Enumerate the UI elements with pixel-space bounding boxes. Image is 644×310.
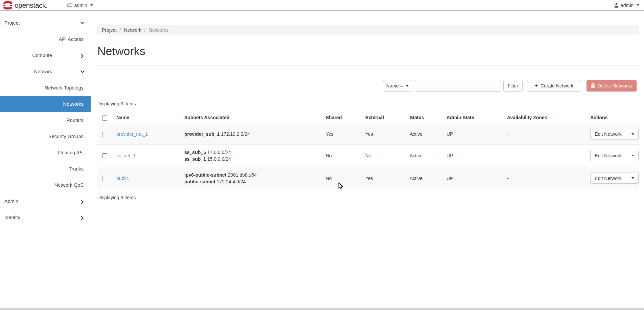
- shared-value: No: [326, 167, 365, 189]
- external-value: Yes: [365, 124, 410, 145]
- chevron-down-icon: [80, 69, 85, 73]
- table-toolbar: Name = Filter + Create Network Delete Ne…: [97, 80, 637, 92]
- caret-down-icon: [406, 85, 409, 87]
- caret-down-icon: [637, 4, 639, 6]
- row-checkbox[interactable]: [102, 176, 107, 181]
- breadcrumb-network[interactable]: Network: [124, 27, 141, 33]
- sidebar-item-identity[interactable]: Identity: [0, 209, 91, 226]
- sidebar-item-label: Security Groups: [48, 134, 84, 139]
- title-divider: [97, 66, 639, 66]
- admin-state-value: UP: [446, 144, 507, 167]
- sidebar-item-floating-ips[interactable]: Floating IPs: [0, 145, 91, 161]
- network-link[interactable]: ss_net_1: [116, 153, 136, 158]
- brand-text: openstack.: [15, 1, 48, 9]
- breadcrumb-separator: /: [144, 27, 146, 33]
- sidebar-item-label: Identity: [4, 215, 20, 220]
- projects-list-icon: [67, 3, 72, 7]
- sidebar-item-security-groups[interactable]: Security Groups: [0, 128, 91, 145]
- availability-zones-value: -: [507, 167, 590, 189]
- sidebar-item-network[interactable]: Network: [0, 63, 91, 80]
- networks-table: Name Subnets Associated Shared External …: [97, 112, 639, 189]
- user-menu[interactable]: admin: [614, 3, 639, 8]
- row-actions: Edit Network: [590, 173, 639, 184]
- availability-zones-value: -: [507, 124, 590, 145]
- caret-down-icon: [90, 4, 93, 6]
- column-header-admin-state[interactable]: Admin State: [446, 112, 507, 124]
- edit-network-button[interactable]: Edit Network: [590, 150, 626, 161]
- external-value: No: [365, 144, 410, 167]
- sidebar-item-label: Project: [4, 20, 20, 26]
- sidebar-item-networks[interactable]: Networks: [0, 96, 91, 112]
- row-actions: Edit Network: [590, 129, 639, 140]
- main-content: Project / Network / Networks Networks Na…: [91, 25, 644, 200]
- sidebar-item-routers[interactable]: Routers: [0, 112, 91, 128]
- row-actions: Edit Network: [590, 150, 639, 161]
- sidebar-item-trunks[interactable]: Trunks: [0, 161, 91, 177]
- chevron-right-icon: [79, 54, 84, 58]
- edit-network-button[interactable]: Edit Network: [590, 129, 626, 140]
- column-header-availability-zones[interactable]: Availability Zones: [507, 112, 590, 124]
- filter-field-dropdown[interactable]: Name =: [383, 80, 412, 92]
- sidebar-item-label: Trunks: [69, 166, 84, 172]
- project-switcher-label: admin: [74, 3, 87, 8]
- sidebar-item-admin[interactable]: Admin: [0, 193, 91, 209]
- status-value: Active: [410, 144, 446, 167]
- sidebar-item-project[interactable]: Project: [0, 15, 91, 31]
- column-header-subnets[interactable]: Subnets Associated: [184, 112, 326, 124]
- create-network-button[interactable]: + Create Network: [527, 80, 581, 92]
- breadcrumb-project[interactable]: Project: [102, 27, 117, 33]
- row-checkbox[interactable]: [102, 153, 107, 158]
- sidebar-item-api-access[interactable]: API Access: [0, 31, 91, 47]
- shared-value: Yes: [326, 124, 365, 145]
- user-menu-label: admin: [621, 3, 634, 8]
- page-title: Networks: [97, 44, 639, 58]
- column-header-actions: Actions: [590, 112, 639, 124]
- row-checkbox[interactable]: [102, 132, 107, 137]
- create-network-label: Create Network: [540, 83, 573, 88]
- caret-down-icon: [631, 177, 634, 179]
- delete-networks-button[interactable]: Delete Networks: [586, 80, 637, 92]
- column-header-shared[interactable]: Shared: [326, 112, 365, 124]
- items-count-bottom: Displaying 3 items: [97, 195, 639, 200]
- caret-down-icon: [631, 133, 634, 135]
- edit-network-button[interactable]: Edit Network: [590, 173, 626, 184]
- sidebar-item-label: Network: [34, 69, 52, 74]
- openstack-logo-icon: [3, 1, 12, 9]
- filter-field-label: Name =: [386, 83, 403, 88]
- subnet-entry: ipv6-public-subnet 2001:db8::/64: [184, 172, 326, 178]
- sidebar-item-label: Routers: [66, 118, 84, 123]
- sidebar-item-network-qos[interactable]: Network QoS: [0, 177, 91, 193]
- sidebar-item-network-topology[interactable]: Network Topology: [0, 80, 91, 96]
- column-header-name[interactable]: Name: [116, 112, 184, 124]
- network-link[interactable]: provider_net_1: [116, 131, 148, 137]
- column-header-status[interactable]: Status: [410, 112, 446, 124]
- column-header-external[interactable]: External: [365, 112, 410, 124]
- sidebar-item-compute[interactable]: Compute: [0, 47, 91, 63]
- edit-network-dropdown-toggle[interactable]: [626, 129, 639, 140]
- delete-networks-label: Delete Networks: [598, 83, 632, 88]
- table-header-row: Name Subnets Associated Shared External …: [97, 112, 639, 124]
- external-value: Yes: [365, 167, 410, 189]
- subnet-entry: ss_sub_1 15.0.0.0/24: [184, 156, 326, 162]
- network-link[interactable]: public: [116, 176, 129, 181]
- subnet-entry: provider_sub_1 172.10.2.0/24: [184, 131, 326, 137]
- table-row: provider_net_1provider_sub_1 172.10.2.0/…: [97, 124, 639, 145]
- plus-icon: +: [535, 83, 538, 88]
- sidebar-item-label: Floating IPs: [58, 150, 84, 155]
- horizontal-scrollbar[interactable]: [0, 308, 644, 310]
- filter-button[interactable]: Filter: [503, 80, 523, 92]
- sidebar-item-label: Network QoS: [54, 182, 84, 188]
- admin-state-value: UP: [446, 167, 507, 189]
- openstack-logo[interactable]: openstack.: [3, 1, 48, 9]
- status-value: Active: [410, 124, 446, 145]
- edit-network-dropdown-toggle[interactable]: [626, 150, 639, 161]
- filter-input[interactable]: [415, 80, 501, 92]
- edit-network-dropdown-toggle[interactable]: [626, 173, 639, 184]
- top-navbar: openstack. admin admin: [0, 0, 644, 11]
- breadcrumb-networks-current: Networks: [149, 27, 168, 33]
- subnet-entry: public-subnet 172.24.4.0/24: [184, 178, 326, 185]
- select-all-checkbox[interactable]: [102, 115, 107, 121]
- sidebar: ProjectAPI AccessComputeNetworkNetwork T…: [0, 12, 91, 226]
- status-value: Active: [410, 167, 446, 189]
- project-switcher[interactable]: admin: [67, 3, 93, 8]
